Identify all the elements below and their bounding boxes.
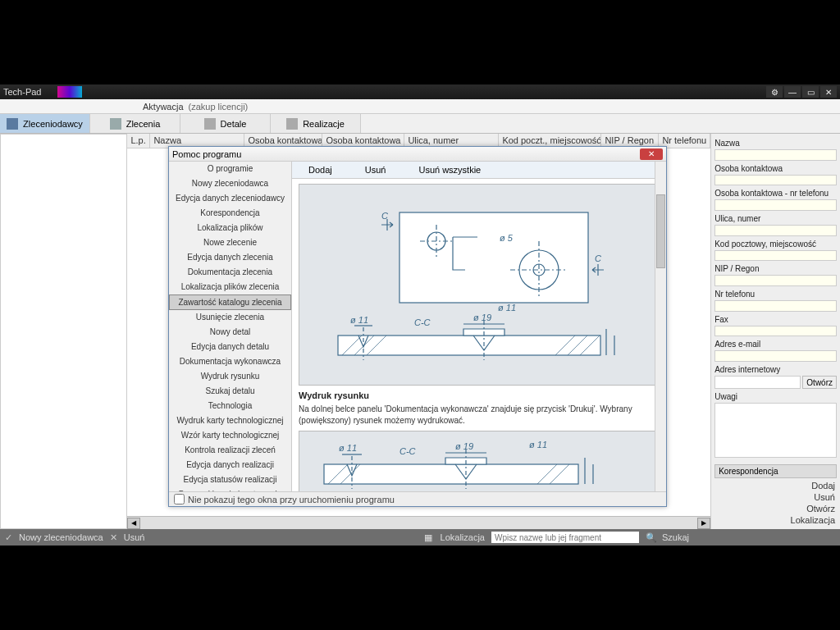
help-nav-item[interactable]: Dokumentacja wykonawcza — [169, 354, 291, 369]
technical-drawing-2: ø 11 ø 19 C-C ø 11 — [299, 431, 656, 491]
content-toolbar: Dodaj Usuń Usuń wszystkie — [292, 162, 666, 179]
search-input[interactable] — [491, 532, 639, 543]
btn-usun[interactable]: Usuń — [365, 165, 386, 175]
help-nav-item[interactable]: Edycja danych zleceniodawcy — [169, 191, 291, 206]
scroll-left-icon[interactable]: ◀ — [127, 518, 140, 529]
help-nav-item[interactable]: Lokalizacja plików zlecenia — [169, 280, 291, 294]
dont-show-checkbox[interactable] — [174, 494, 185, 504]
col-lp[interactable]: L.p. — [127, 134, 150, 148]
help-content[interactable]: Dodaj Usuń Usuń wszystkie — [292, 162, 666, 491]
input-www[interactable] — [714, 376, 801, 389]
menu-zakup[interactable]: (zakup licencji) — [189, 102, 249, 112]
menu-aktywacja[interactable]: Aktywacja — [143, 102, 184, 112]
help-nav-item[interactable]: Lokalizacja plików — [169, 221, 291, 235]
help-nav-item[interactable]: Szukaj detalu — [169, 384, 291, 399]
textarea-uwagi[interactable] — [714, 403, 837, 458]
open-url-button[interactable]: Otwórz — [802, 376, 837, 389]
label-kod: Kod pocztowy, miejscowość — [714, 240, 837, 249]
maximize-button[interactable]: ▭ — [802, 86, 819, 98]
help-nav[interactable]: O programieNowy zleceniodawcaEdycja dany… — [169, 162, 292, 491]
tab-detale[interactable]: Detale — [180, 114, 271, 133]
users-icon — [7, 118, 18, 130]
label-osoba-tel: Osoba kontaktowa - nr telefonu — [714, 189, 837, 198]
input-email[interactable] — [714, 350, 837, 362]
input-fax[interactable] — [714, 326, 837, 337]
status-lokalizacja[interactable]: Lokalizacja — [441, 532, 485, 542]
help-nav-item[interactable]: O programie — [169, 162, 291, 176]
label-nip: NIP / Regon — [714, 264, 837, 273]
label-ulica: Ulica, numer — [714, 214, 837, 223]
help-nav-item[interactable]: Usunięcie zlecenia — [169, 310, 291, 325]
minimize-button[interactable]: — — [784, 86, 801, 98]
tab-zleceniodawcy[interactable]: Zleceniodawcy — [0, 114, 90, 133]
folder-icon: ▦ — [424, 532, 434, 542]
help-nav-item[interactable]: Technologia — [169, 399, 291, 413]
tab-label: Zleceniodawcy — [23, 119, 83, 129]
tab-label: Zlecenia — [126, 119, 161, 129]
help-nav-item[interactable]: Nowy detal — [169, 325, 291, 340]
horizontal-scrollbar[interactable]: ◀ ▶ — [127, 516, 710, 529]
dialog-close-button[interactable]: ✕ — [640, 148, 663, 160]
action-otworz[interactable]: Otwórz — [714, 503, 837, 514]
help-nav-item[interactable]: Wydruk rysunku — [169, 369, 291, 384]
help-nav-item[interactable]: Edycja statusów realizacji — [169, 472, 291, 487]
input-tel[interactable] — [714, 300, 837, 312]
help-nav-item[interactable]: Korespondencja — [169, 206, 291, 221]
close-button[interactable]: ✕ — [820, 86, 837, 98]
content-scrollbar[interactable] — [655, 162, 666, 491]
left-tree-panel[interactable] — [0, 134, 127, 529]
help-nav-item[interactable]: Kontrola realizacji zleceń — [169, 443, 291, 458]
titlebar: Tech-Pad ⚙ — ▭ ✕ — [0, 84, 840, 99]
scroll-right-icon[interactable]: ▶ — [697, 518, 710, 529]
input-nip[interactable] — [714, 275, 837, 286]
tabbar: Zleceniodawcy Zlecenia Detale Realizacje — [0, 114, 840, 134]
btn-dodaj[interactable]: Dodaj — [308, 165, 332, 175]
help-nav-item[interactable]: Edycja danych detalu — [169, 340, 291, 354]
help-nav-item[interactable]: Dokumentacja zlecenia — [169, 265, 291, 280]
svg-text:ø 11: ø 11 — [350, 315, 368, 325]
svg-text:C-C: C-C — [399, 446, 416, 456]
btn-usun-wszystkie[interactable]: Usuń wszystkie — [418, 165, 481, 175]
input-osoba[interactable] — [714, 175, 837, 186]
input-osoba-tel[interactable] — [714, 199, 837, 211]
korespondencja-actions: Dodaj Usuń Otwórz Lokalizacja — [714, 480, 837, 526]
status-usun[interactable]: Usuń — [124, 532, 145, 542]
x-icon: ✕ — [110, 532, 117, 543]
tab-realizacje[interactable]: Realizacje — [271, 114, 361, 133]
action-dodaj[interactable]: Dodaj — [714, 480, 837, 491]
svg-text:ø 11: ø 11 — [498, 303, 516, 313]
svg-text:ø 5: ø 5 — [500, 233, 514, 243]
scrollbar-thumb[interactable] — [656, 194, 665, 268]
help-nav-item[interactable]: Nowe zlecenie — [169, 235, 291, 250]
menubar: Aktywacja (zakup licencji) — [0, 99, 840, 114]
tab-zlecenia[interactable]: Zlecenia — [90, 114, 180, 133]
tab-label: Realizacje — [303, 119, 345, 129]
help-nav-item[interactable]: Edycja danych zlecenia — [169, 250, 291, 265]
status-nowy[interactable]: Nowy zleceniodawca — [19, 532, 103, 542]
input-nazwa[interactable] — [714, 149, 837, 161]
status-szukaj[interactable]: Szukaj — [662, 532, 689, 542]
help-nav-item[interactable]: Edycja danych realizacji — [169, 458, 291, 472]
svg-rect-0 — [399, 212, 588, 303]
svg-text:ø 19: ø 19 — [455, 441, 473, 451]
help-nav-item[interactable]: Zawartość katalogu zlecenia — [169, 294, 291, 310]
svg-text:ø 11: ø 11 — [529, 440, 547, 450]
help-dialog: Pomoc programu ✕ O programieNowy zleceni… — [168, 146, 667, 507]
help-nav-item[interactable]: Wydruk karty technologicznej — [169, 413, 291, 428]
label-www: Adres internetowy — [714, 365, 837, 374]
label-uwagi: Uwagi — [714, 392, 837, 401]
settings-icon[interactable]: ⚙ — [766, 86, 783, 98]
action-lokalizacja[interactable]: Lokalizacja — [714, 514, 837, 526]
tab-label: Detale — [221, 119, 247, 129]
help-nav-item[interactable]: Wzór karty technologicznej — [169, 428, 291, 443]
parts-icon — [204, 118, 216, 130]
dialog-title: Pomoc programu — [172, 149, 640, 159]
content-body: Na dolnej belce panelu 'Dokumentacja wyk… — [299, 404, 656, 426]
input-kod[interactable] — [714, 250, 837, 262]
statusbar: ✓ Nowy zleceniodawca ✕ Usuń ▦ Lokalizacj… — [0, 529, 840, 546]
dialog-titlebar: Pomoc programu ✕ — [169, 147, 666, 162]
titlebar-accent — [57, 86, 82, 98]
action-usun[interactable]: Usuń — [714, 491, 837, 503]
help-nav-item[interactable]: Nowy zleceniodawca — [169, 176, 291, 191]
input-ulica[interactable] — [714, 225, 837, 236]
